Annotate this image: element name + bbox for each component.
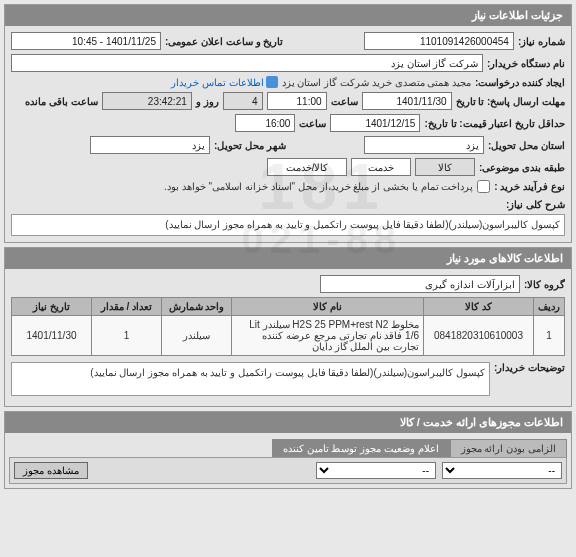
time-label-2: ساعت <box>299 118 326 129</box>
status-select-2[interactable]: -- <box>316 462 436 479</box>
buyer-field: شرکت گاز استان یزد <box>11 54 483 72</box>
buyer-notes-box: کپسول کالیبراسون(سیلندر)(لطفا دقیقا فایل… <box>11 362 490 396</box>
remaining-suffix: ساعت باقی مانده <box>25 96 98 107</box>
status-select-1[interactable]: -- <box>442 462 562 479</box>
remaining-time: 23:42:21 <box>102 92 192 110</box>
th-unit: واحد شمارش <box>162 298 232 316</box>
panel-header: جزئیات اطلاعات نیاز <box>5 5 571 26</box>
purchase-note: پرداخت تمام یا بخشی از مبلغ خرید،از محل … <box>164 181 473 192</box>
desc-title-label: شرح کلی نیاز: <box>506 199 565 210</box>
th-name: نام کالا <box>232 298 424 316</box>
buyer-label: نام دستگاه خریدار: <box>487 58 565 69</box>
time-label-1: ساعت <box>331 96 358 107</box>
pub-date-field: 1401/11/25 - 10:45 <box>11 32 161 50</box>
deadline-label: مهلت ارسال پاسخ: تا تاریخ <box>456 96 565 107</box>
goods-table: ردیف کد کالا نام کالا واحد شمارش تعداد /… <box>11 297 565 356</box>
remaining-days: 4 <box>223 92 263 110</box>
cell-code: 0841820310610003 <box>424 316 534 356</box>
requester-label: ایجاد کننده درخواست: <box>475 77 565 88</box>
main-panel: جزئیات اطلاعات نیاز شماره نیاز: 11010914… <box>4 4 572 243</box>
cell-idx: 1 <box>534 316 565 356</box>
tab-status[interactable]: اعلام وضعیت مجوز توسط تامین کننده <box>272 439 450 457</box>
permits-panel-header: اطلاعات مجوزهای ارائه خدمت / کالا <box>5 412 571 433</box>
th-idx: ردیف <box>534 298 565 316</box>
city-label: شهر محل تحویل: <box>214 140 286 151</box>
cell-unit: سیلندر <box>162 316 232 356</box>
cell-date: 1401/11/30 <box>12 316 92 356</box>
state-field: یزد <box>364 136 484 154</box>
panel-title: جزئیات اطلاعات نیاز <box>472 9 563 21</box>
tabs: الزامی بودن ارائه مجوز اعلام وضعیت مجوز … <box>9 439 567 457</box>
khadamat-box: خدمت <box>351 158 411 176</box>
contact-buyer-link[interactable]: اطلاعات تماس خریدار <box>171 76 278 88</box>
req-no-label: شماره نیاز: <box>518 36 565 47</box>
view-permit-button[interactable]: مشاهده مجوز <box>14 462 88 479</box>
state-label: استان محل تحویل: <box>488 140 565 151</box>
goods-group-label: گروه کالا: <box>524 279 565 290</box>
kala-box: کالا <box>415 158 475 176</box>
th-qty: تعداد / مقدار <box>92 298 162 316</box>
pub-date-label: تاریخ و ساعت اعلان عمومی: <box>165 36 283 47</box>
purchase-type-label: نوع فرآیند خرید : <box>494 181 565 192</box>
tab-mandatory[interactable]: الزامی بودن ارائه مجوز <box>450 439 567 457</box>
requester-value: مجید همتی متصدی خرید شرکت گاز استان یزد <box>282 77 471 88</box>
buyer-notes-label: توضیحات خریدار: <box>494 362 565 373</box>
desc-title-box: کپسول کالیبراسون(سیلندر)(لطفا دقیقا فایل… <box>11 214 565 236</box>
info-icon <box>266 76 278 88</box>
table-row[interactable]: 1 0841820310610003 مخلوط H2S 25 PPM+rest… <box>12 316 565 356</box>
valid-time: 16:00 <box>235 114 295 132</box>
deadline-time: 11:00 <box>267 92 327 110</box>
city-field: یزد <box>90 136 210 154</box>
cell-name: مخلوط H2S 25 PPM+rest N2 سیلندر Lit 1/6 … <box>232 316 424 356</box>
days-label: روز و <box>196 96 219 107</box>
kala-khadamat-box: کالا/خدمت <box>267 158 347 176</box>
table-header-row: ردیف کد کالا نام کالا واحد شمارش تعداد /… <box>12 298 565 316</box>
purchase-checkbox[interactable] <box>477 180 490 193</box>
valid-date: 1401/12/15 <box>330 114 420 132</box>
status-row: -- -- مشاهده مجوز <box>9 457 567 484</box>
category-label: طبقه بندی موضوعی: <box>479 162 565 173</box>
valid-label: حداقل تاریخ اعتبار قیمت: تا تاریخ: <box>424 118 565 129</box>
contact-link-text: اطلاعات تماس خریدار <box>171 77 264 88</box>
goods-panel-header: اطلاعات کالاهای مورد نیاز <box>5 248 571 269</box>
th-date: تاریخ نیاز <box>12 298 92 316</box>
cell-qty: 1 <box>92 316 162 356</box>
th-code: کد کالا <box>424 298 534 316</box>
goods-group-field: ابزارآلات اندازه گیری <box>320 275 520 293</box>
goods-panel: اطلاعات کالاهای مورد نیاز گروه کالا: ابز… <box>4 247 572 407</box>
req-no-field: 1101091426000454 <box>364 32 514 50</box>
deadline-date: 1401/11/30 <box>362 92 452 110</box>
permits-panel: اطلاعات مجوزهای ارائه خدمت / کالا الزامی… <box>4 411 572 489</box>
